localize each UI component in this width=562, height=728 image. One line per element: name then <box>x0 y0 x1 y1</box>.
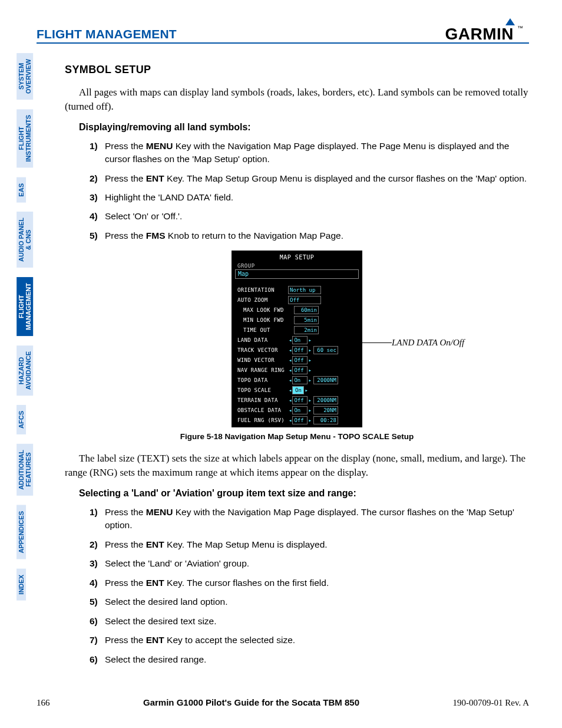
row-value: Off <box>292 416 308 424</box>
row-value: 2min <box>294 326 319 334</box>
map-setup-row: TOPO DATA◂On▸2000NM <box>234 375 360 385</box>
arrow-left-icon: ◂ <box>288 367 292 373</box>
callout-text: LAND DATA On/Off <box>392 338 486 348</box>
row-value: Off <box>292 356 308 364</box>
row-label: TRACK VECTOR <box>237 347 288 353</box>
list-item: 4)Select 'On' or 'Off.'. <box>90 210 529 223</box>
step-text: Select the 'Land' or 'Aviation' group. <box>105 557 529 570</box>
procedure2-title: Selecting a 'Land' or 'Aviation' group i… <box>79 488 529 499</box>
row-value: 5min <box>294 316 319 324</box>
step-number: 3) <box>90 191 105 204</box>
row-label: TIME OUT <box>243 327 294 333</box>
step-number: 5) <box>90 229 105 242</box>
row-label: MAX LOOK FWD <box>243 307 294 313</box>
page-header: FLIGHT MANAGEMENT GARMIN™ <box>37 22 529 44</box>
footer-title: Garmin G1000 Pilot's Guide for the Socat… <box>143 697 359 707</box>
group-value-box: Map <box>235 269 359 279</box>
footer-revision: 190-00709-01 Rev. A <box>453 698 529 708</box>
arrow-left-icon: ◂ <box>288 407 292 413</box>
arrow-right-icon: ▸ <box>308 337 312 343</box>
step-number: 4) <box>90 577 105 589</box>
map-setup-row: LAND DATA◂On▸ <box>234 335 360 345</box>
brand-triangle-icon <box>505 18 515 25</box>
step-text: Press the MENU Key with the Navigation M… <box>105 506 529 532</box>
row-value: North up <box>288 286 321 294</box>
callout-line <box>359 342 392 343</box>
map-setup-row: TRACK VECTOR◂Off▸60 sec <box>234 345 360 355</box>
step-text: Highlight the 'LAND DATA' field. <box>105 191 529 204</box>
list-item: 5)Press the FMS Knob to return to the Na… <box>90 229 529 242</box>
arrow-left-icon: ◂ <box>288 337 292 343</box>
map-setup-row: TOPO SCALE◂On▸ <box>234 385 360 395</box>
row-label: FUEL RNG (RSV) <box>237 417 288 423</box>
row-label: AUTO ZOOM <box>237 297 288 303</box>
sidebar-tab[interactable]: EAS <box>16 177 26 203</box>
row-label: OBSTACLE DATA <box>237 407 288 413</box>
step-number: 2) <box>90 538 105 551</box>
list-item: 2)Press the ENT Key. The Map Setup Menu … <box>90 538 529 551</box>
arrow-right-icon: ▸ <box>308 347 312 353</box>
step-number: 2) <box>90 172 105 185</box>
step-text: Press the FMS Knob to return to the Navi… <box>105 229 529 242</box>
step-number: 1) <box>90 140 105 166</box>
list-item: 6)Select the desired range. <box>90 653 529 666</box>
row-value: Off <box>292 396 308 404</box>
arrow-right-icon: ▸ <box>304 387 308 393</box>
row-label: TOPO DATA <box>237 377 288 383</box>
row-value: Off <box>292 366 308 374</box>
map-setup-row: MAX LOOK FWD60min <box>234 305 360 315</box>
list-item: 1)Press the MENU Key with the Navigation… <box>90 506 529 532</box>
step-text: Press the ENT Key to accept the selected… <box>105 634 529 647</box>
step-text: Select the desired range. <box>105 653 529 666</box>
step-text: Press the ENT Key. The cursor flashes on… <box>105 577 529 589</box>
sidebar-tab[interactable]: APPENDICES <box>16 505 26 559</box>
list-item: 2)Press the ENT Key. The Map Setup Group… <box>90 172 529 185</box>
arrow-right-icon: ▸ <box>308 357 312 363</box>
row-label: TERRAIN DATA <box>237 397 288 403</box>
row-value: 60min <box>294 306 319 314</box>
step-number: 7) <box>90 634 105 647</box>
sidebar-tab[interactable]: AUDIO PANEL & CNS <box>16 212 33 268</box>
paragraph-2: The label size (TEXT) sets the size at w… <box>65 452 529 480</box>
section-title: FLIGHT MANAGEMENT <box>37 27 177 41</box>
step-text: Press the ENT Key. The Map Setup Group M… <box>105 172 529 185</box>
brand-logo: GARMIN™ <box>445 22 529 41</box>
step-number: 4) <box>90 210 105 223</box>
group-value: Map <box>238 271 249 277</box>
map-setup-row: MIN LOOK FWD5min <box>234 315 360 325</box>
row-extra-value: 60 sec <box>313 346 338 354</box>
sidebar-tab[interactable]: FLIGHT INSTRUMENTS <box>16 109 33 167</box>
row-label: WIND VECTOR <box>237 357 288 363</box>
map-setup-row: TIME OUT2min <box>234 325 360 335</box>
step-number: 6) <box>90 615 105 628</box>
step-text: Press the ENT Key. The Map Setup Menu is… <box>105 538 529 551</box>
sidebar-tab[interactable]: ADDITIONAL FEATURES <box>16 444 33 496</box>
brand-text: GARMIN <box>445 25 514 43</box>
list-item: 3)Highlight the 'LAND DATA' field. <box>90 191 529 204</box>
row-label: TOPO SCALE <box>237 387 288 393</box>
sidebar-tab[interactable]: INDEX <box>16 569 26 601</box>
step-number: 5) <box>90 595 105 608</box>
list-item: 3)Select the 'Land' or 'Aviation' group. <box>90 557 529 570</box>
arrow-right-icon: ▸ <box>308 367 312 373</box>
map-setup-row: FUEL RNG (RSV)◂Off▸00:28 <box>234 415 360 425</box>
arrow-left-icon: ◂ <box>288 387 292 393</box>
step-text: Select the desired text size. <box>105 615 529 628</box>
sidebar-tab[interactable]: AFCS <box>16 405 26 434</box>
sidebar-tab[interactable]: HAZARD AVOIDANCE <box>16 345 33 396</box>
arrow-left-icon: ◂ <box>288 347 292 353</box>
map-setup-row: WIND VECTOR◂Off▸ <box>234 355 360 365</box>
row-label: LAND DATA <box>237 337 288 343</box>
map-setup-panel: MAP SETUP GROUP Map ORIENTATIONNorth upA… <box>232 251 362 427</box>
sidebar-tab[interactable]: FLIGHT MANAGEMENT <box>16 277 33 336</box>
arrow-left-icon: ◂ <box>288 377 292 383</box>
row-value: Off <box>288 296 321 304</box>
step-text: Select the desired land option. <box>105 595 529 608</box>
procedure2-list: 1)Press the MENU Key with the Navigation… <box>90 506 529 666</box>
figure-wrap: MAP SETUP GROUP Map ORIENTATIONNorth upA… <box>65 251 529 441</box>
map-setup-row: AUTO ZOOMOff <box>234 295 360 305</box>
list-item: 5)Select the desired land option. <box>90 595 529 608</box>
group-label: GROUP <box>234 263 360 269</box>
arrow-right-icon: ▸ <box>308 377 312 383</box>
sidebar-tab[interactable]: SYSTEM OVERVIEW <box>16 53 33 100</box>
